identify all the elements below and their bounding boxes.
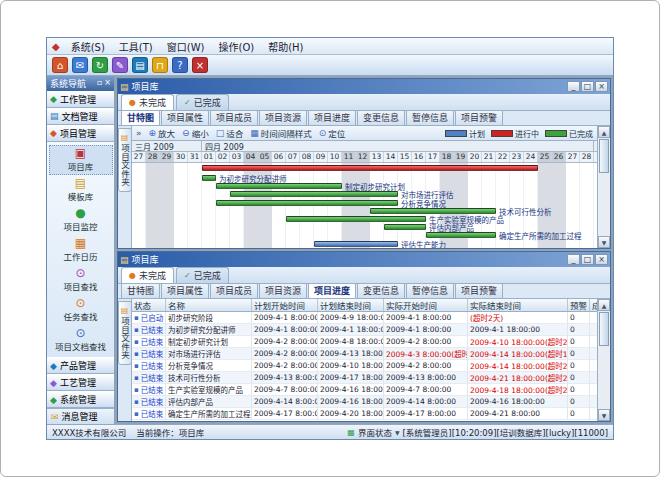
lock-icon[interactable]: ⊓ <box>152 57 168 73</box>
gantt-tool-放大[interactable]: ⊕放大 <box>149 127 176 139</box>
table-row[interactable]: ▪已结束评估内部产品2009-4-14 8:00:002009-4-16 18:… <box>132 396 597 408</box>
table-row[interactable]: ▪已结束为初步研究分配讲师2009-4-1 8:00:002009-4-1 18… <box>132 324 597 336</box>
gantt-tool-定位[interactable]: ⊙定位 <box>319 127 346 139</box>
gantt-bar[interactable] <box>370 208 496 214</box>
sidebar-group[interactable]: ◆工作管理 <box>47 91 114 108</box>
gantt-bar[interactable] <box>314 241 398 247</box>
help-icon[interactable]: ? <box>172 57 188 73</box>
column-header[interactable]: 名称 <box>166 299 252 311</box>
close-icon[interactable]: × <box>104 79 111 87</box>
table-row[interactable]: ▪已结束生产实验室规模的产品2009-4-7 8:00:002009-4-16 … <box>132 384 597 396</box>
column-header[interactable]: 成 <box>590 299 597 311</box>
view-tab[interactable]: 变更信息 <box>357 110 405 125</box>
menu-item[interactable]: 窗口(W) <box>165 39 207 54</box>
folder-side-tab[interactable]: ▤ 项目文件夹 <box>118 301 132 365</box>
column-header[interactable]: 计划开始时间 <box>252 299 318 311</box>
window-titlebar[interactable]: ▤ 项目库 _□× <box>118 79 610 94</box>
table-row[interactable]: ▪已结束分析竞争情况2009-4-2 8:00:002009-4-10 18:0… <box>132 360 597 372</box>
view-tab[interactable]: 项目属性 <box>161 110 209 125</box>
sidebar-tab-messages[interactable]: ✉ 消息管理 <box>47 408 114 424</box>
refresh-icon[interactable]: ↻ <box>92 57 108 73</box>
scroll-thumb[interactable] <box>599 139 609 173</box>
gantt-tool-缩小[interactable]: ⊖缩小 <box>182 127 209 139</box>
view-tab[interactable]: 变更信息 <box>357 283 405 298</box>
view-tab[interactable]: 项目属性 <box>161 283 209 298</box>
column-header[interactable]: 状态 <box>132 299 166 311</box>
edit-icon[interactable]: ✎ <box>112 57 128 73</box>
menu-item[interactable]: 工具(T) <box>117 39 155 54</box>
sidebar-item[interactable]: ⊙项目文档查找 <box>49 325 113 355</box>
window-titlebar[interactable]: ▤ 项目库 _□× <box>118 252 610 267</box>
state-tab[interactable]: ✓已完成 <box>176 267 229 283</box>
sidebar-item[interactable]: ▤模板库 <box>49 175 113 205</box>
sidebar-item[interactable]: ⊙任务查找 <box>49 295 113 325</box>
folder-side-tab[interactable]: ▤ 项目文件夹 <box>118 128 132 192</box>
menu-item[interactable]: 系统(S) <box>69 39 107 54</box>
gantt-bar[interactable] <box>384 224 426 230</box>
gantt-chart[interactable]: 为初步研究分配讲师制定初步研究计划对市场进行评估分析竞争情况技术可行性分析生产实… <box>132 163 597 248</box>
view-tab[interactable]: 项目资源 <box>259 110 307 125</box>
close-icon[interactable]: × <box>595 254 608 265</box>
gantt-summary-bar[interactable] <box>202 165 538 171</box>
column-header[interactable]: 预警 <box>568 299 590 311</box>
sidebar-group[interactable]: ▤文档管理 <box>47 108 114 125</box>
view-tab[interactable]: 暂停信息 <box>406 110 454 125</box>
view-tab[interactable]: 项目预警 <box>455 283 503 298</box>
scroll-down-icon[interactable]: ▼ <box>598 236 610 248</box>
sidebar-group[interactable]: ◆项目管理 <box>47 125 114 142</box>
view-tab[interactable]: 甘特图 <box>121 283 160 298</box>
sidebar-group[interactable]: ◆系统管理 <box>47 391 114 408</box>
sidebar-group[interactable]: ◆工艺管理 <box>47 374 114 391</box>
column-header[interactable]: 实际开始时间 <box>384 299 468 311</box>
minimize-icon[interactable]: _ <box>567 81 580 92</box>
mail-icon[interactable]: ✉ <box>72 57 88 73</box>
state-tab[interactable]: ✓已完成 <box>176 94 229 110</box>
minimize-icon[interactable]: _ <box>567 254 580 265</box>
scroll-thumb[interactable] <box>599 312 609 346</box>
state-tab[interactable]: ●未完成 <box>121 94 174 110</box>
home-icon[interactable]: ⌂ <box>52 57 68 73</box>
table-row[interactable]: ▪已结束对市场进行评估2009-4-2 8:00:002009-4-13 18:… <box>132 348 597 360</box>
gantt-tool-时间间隔样式[interactable]: ▦时间间隔样式 <box>250 127 312 139</box>
pin-icon[interactable]: ▫ <box>97 79 102 87</box>
menu-item[interactable]: 操作(O) <box>216 39 256 54</box>
view-tab[interactable]: 暂停信息 <box>406 283 454 298</box>
sidebar-group[interactable]: ◆产品管理 <box>47 357 114 374</box>
view-tab[interactable]: 项目成员 <box>210 283 258 298</box>
scroll-down-icon[interactable]: ▼ <box>598 409 610 421</box>
gantt-bar[interactable] <box>216 183 342 189</box>
scroll-up-icon[interactable]: ▲ <box>598 299 610 311</box>
gantt-bar[interactable] <box>286 216 426 222</box>
gantt-bar[interactable] <box>202 175 216 181</box>
table-row[interactable]: ▪已结束制定初步研究计划2009-4-2 8:00:002009-4-8 18:… <box>132 336 597 348</box>
restore-icon[interactable]: □ <box>581 254 594 265</box>
gantt-tool-适合[interactable]: □适合 <box>216 127 244 139</box>
view-tab[interactable]: 项目成员 <box>210 110 258 125</box>
table-row[interactable]: ▪已启动初步研究阶段2009-4-1 8:00:002009-4-9 18:00… <box>132 312 597 324</box>
sidebar-item[interactable]: ●项目监控 <box>49 205 113 235</box>
sidebar-item[interactable]: ▦工作日历 <box>49 235 113 265</box>
view-tab[interactable]: 项目资源 <box>259 283 307 298</box>
report-icon[interactable]: ▤ <box>132 57 148 73</box>
gantt-bar[interactable] <box>426 232 496 238</box>
gantt-bar[interactable] <box>216 200 398 206</box>
sidebar-item[interactable]: ⊙项目查找 <box>49 265 113 295</box>
view-tab[interactable]: 项目进度 <box>308 110 356 125</box>
close-icon[interactable]: × <box>595 81 608 92</box>
exit-icon[interactable]: × <box>192 57 208 73</box>
scroll-up-icon[interactable]: ▲ <box>598 126 610 138</box>
ui-state-label[interactable]: 界面状态 <box>358 426 392 438</box>
restore-icon[interactable]: □ <box>581 81 594 92</box>
state-tab[interactable]: ●未完成 <box>121 267 174 283</box>
view-tab[interactable]: 项目预警 <box>455 110 503 125</box>
column-header[interactable]: 实际结束时间 <box>468 299 568 311</box>
view-tab[interactable]: 甘特图 <box>121 110 160 125</box>
menu-item[interactable]: 帮助(H) <box>266 39 305 54</box>
overflow-chevron-icon[interactable]: » <box>136 128 142 138</box>
view-tab[interactable]: 项目进度 <box>308 283 356 298</box>
table-row[interactable]: ▪已结束技术可行性分析2009-4-13 8:00:002009-4-17 18… <box>132 372 597 384</box>
vertical-scrollbar[interactable]: ▲ ▼ <box>597 126 610 248</box>
dropdown-arrow-icon[interactable]: ▼ <box>395 429 400 436</box>
table-row[interactable]: ▪已结束确定生产所需的加工过程2009-4-17 8:00:002009-4-2… <box>132 408 597 420</box>
gantt-bar[interactable] <box>230 191 398 197</box>
